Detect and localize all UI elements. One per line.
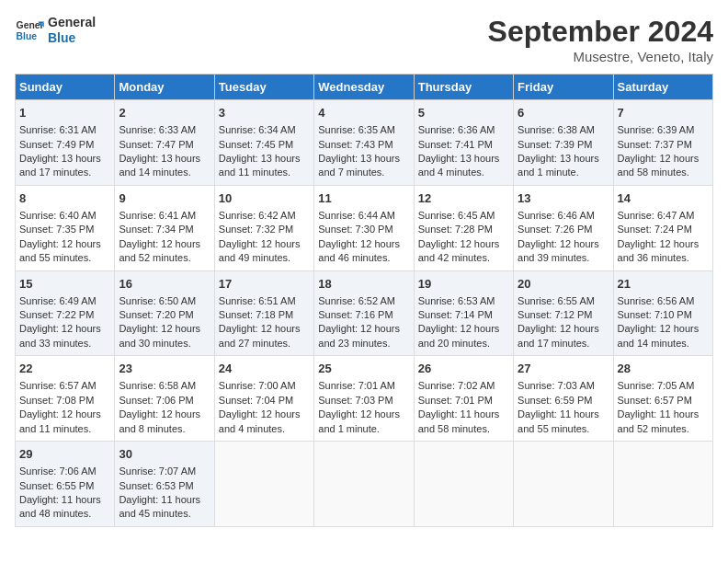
sunset-text: Sunset: 7:32 PM	[219, 224, 293, 235]
day-number: 3	[219, 105, 310, 121]
calendar-table: SundayMondayTuesdayWednesdayThursdayFrid…	[15, 74, 713, 527]
logo-icon: General Blue	[15, 16, 44, 45]
sunrise-text: Sunrise: 6:36 AM	[418, 124, 495, 135]
sunrise-text: Sunrise: 6:57 AM	[19, 380, 97, 391]
sunset-text: Sunset: 6:57 PM	[618, 395, 692, 406]
daylight-text: Daylight: 12 hours and 23 minutes.	[318, 323, 400, 348]
location-title: Musestre, Veneto, Italy	[488, 49, 713, 64]
daylight-text: Daylight: 13 hours and 14 minutes.	[119, 153, 200, 178]
sunrise-text: Sunrise: 7:06 AM	[19, 465, 97, 477]
weekday-header-tuesday: Tuesday	[214, 75, 313, 100]
sunset-text: Sunset: 7:24 PM	[618, 224, 692, 235]
day-number: 6	[518, 105, 609, 121]
sunset-text: Sunset: 7:41 PM	[418, 139, 493, 150]
sunset-text: Sunset: 7:14 PM	[418, 309, 493, 320]
calendar-cell: 19 Sunrise: 6:53 AM Sunset: 7:14 PM Dayl…	[414, 270, 513, 356]
daylight-text: Daylight: 12 hours and 20 minutes.	[418, 323, 500, 348]
daylight-text: Daylight: 12 hours and 4 minutes.	[219, 408, 301, 433]
day-number: 17	[219, 276, 310, 293]
sunset-text: Sunset: 7:22 PM	[19, 309, 94, 320]
title-block: September 2024 Musestre, Veneto, Italy	[488, 15, 713, 64]
sunset-text: Sunset: 7:08 PM	[19, 395, 94, 406]
day-number: 29	[19, 446, 110, 463]
sunset-text: Sunset: 7:20 PM	[119, 309, 193, 320]
day-number: 1	[19, 105, 110, 121]
day-number: 19	[418, 276, 509, 293]
day-number: 7	[618, 105, 709, 121]
daylight-text: Daylight: 11 hours and 48 minutes.	[19, 494, 101, 519]
sunrise-text: Sunrise: 6:40 AM	[19, 210, 97, 221]
sunset-text: Sunset: 7:26 PM	[518, 224, 592, 235]
sunset-text: Sunset: 7:37 PM	[618, 139, 692, 150]
day-number: 13	[518, 190, 609, 207]
day-number: 28	[618, 361, 709, 377]
day-number: 14	[618, 190, 709, 207]
sunrise-text: Sunrise: 6:41 AM	[119, 210, 196, 221]
calendar-cell: 15 Sunrise: 6:49 AM Sunset: 7:22 PM Dayl…	[16, 270, 115, 356]
daylight-text: Daylight: 11 hours and 58 minutes.	[418, 408, 500, 433]
sunset-text: Sunset: 7:34 PM	[119, 224, 193, 235]
sunset-text: Sunset: 7:10 PM	[618, 309, 692, 320]
svg-text:Blue: Blue	[17, 30, 38, 40]
daylight-text: Daylight: 12 hours and 17 minutes.	[518, 323, 599, 348]
sunset-text: Sunset: 6:53 PM	[119, 480, 193, 491]
sunrise-text: Sunrise: 7:03 AM	[518, 380, 595, 391]
day-number: 12	[418, 190, 509, 207]
sunrise-text: Sunrise: 6:55 AM	[518, 295, 595, 306]
sunrise-text: Sunrise: 6:56 AM	[618, 295, 695, 306]
daylight-text: Daylight: 12 hours and 30 minutes.	[119, 323, 200, 348]
daylight-text: Daylight: 11 hours and 45 minutes.	[119, 494, 200, 519]
sunrise-text: Sunrise: 6:31 AM	[19, 124, 97, 135]
daylight-text: Daylight: 12 hours and 58 minutes.	[618, 153, 700, 178]
day-number: 5	[418, 105, 509, 121]
calendar-cell: 7 Sunrise: 6:39 AM Sunset: 7:37 PM Dayli…	[613, 100, 712, 186]
sunrise-text: Sunrise: 6:52 AM	[318, 295, 395, 306]
sunrise-text: Sunrise: 6:58 AM	[119, 380, 196, 391]
calendar-cell: 14 Sunrise: 6:47 AM Sunset: 7:24 PM Dayl…	[613, 185, 712, 270]
day-number: 24	[219, 361, 310, 377]
weekday-header-thursday: Thursday	[414, 75, 513, 100]
calendar-cell: 17 Sunrise: 6:51 AM Sunset: 7:18 PM Dayl…	[214, 270, 313, 356]
calendar-cell: 9 Sunrise: 6:41 AM Sunset: 7:34 PM Dayli…	[115, 185, 214, 270]
day-number: 26	[418, 361, 509, 377]
day-number: 9	[119, 190, 210, 207]
daylight-text: Daylight: 13 hours and 11 minutes.	[219, 153, 301, 178]
weekday-header-monday: Monday	[115, 75, 214, 100]
day-number: 23	[119, 361, 210, 377]
sunset-text: Sunset: 7:35 PM	[19, 224, 94, 235]
calendar-week-row: 1 Sunrise: 6:31 AM Sunset: 7:49 PM Dayli…	[16, 100, 713, 186]
day-number: 10	[219, 190, 310, 207]
sunrise-text: Sunrise: 6:51 AM	[219, 295, 296, 306]
weekday-header-saturday: Saturday	[613, 75, 712, 100]
sunset-text: Sunset: 7:45 PM	[219, 139, 293, 150]
calendar-cell: 26 Sunrise: 7:02 AM Sunset: 7:01 PM Dayl…	[414, 356, 513, 442]
daylight-text: Daylight: 12 hours and 55 minutes.	[19, 238, 101, 263]
weekday-header-wednesday: Wednesday	[314, 75, 414, 100]
weekday-header-sunday: Sunday	[16, 75, 115, 100]
sunrise-text: Sunrise: 6:53 AM	[418, 295, 495, 306]
calendar-cell: 24 Sunrise: 7:00 AM Sunset: 7:04 PM Dayl…	[214, 356, 313, 442]
calendar-cell: 6 Sunrise: 6:38 AM Sunset: 7:39 PM Dayli…	[514, 100, 613, 186]
calendar-week-row: 22 Sunrise: 6:57 AM Sunset: 7:08 PM Dayl…	[16, 356, 713, 442]
daylight-text: Daylight: 12 hours and 11 minutes.	[19, 408, 101, 433]
day-number: 21	[618, 276, 709, 293]
calendar-cell: 29 Sunrise: 7:06 AM Sunset: 6:55 PM Dayl…	[16, 442, 115, 527]
daylight-text: Daylight: 12 hours and 8 minutes.	[119, 408, 200, 433]
page-header: General Blue General Blue September 2024…	[15, 15, 713, 64]
sunset-text: Sunset: 7:18 PM	[219, 309, 293, 320]
calendar-cell: 25 Sunrise: 7:01 AM Sunset: 7:03 PM Dayl…	[314, 356, 414, 442]
sunset-text: Sunset: 7:03 PM	[318, 395, 392, 406]
daylight-text: Daylight: 12 hours and 36 minutes.	[618, 238, 700, 263]
daylight-text: Daylight: 12 hours and 33 minutes.	[19, 323, 101, 348]
calendar-cell: 22 Sunrise: 6:57 AM Sunset: 7:08 PM Dayl…	[16, 356, 115, 442]
daylight-text: Daylight: 12 hours and 27 minutes.	[219, 323, 301, 348]
sunrise-text: Sunrise: 6:47 AM	[618, 210, 695, 221]
sunset-text: Sunset: 7:16 PM	[318, 309, 392, 320]
calendar-cell: 18 Sunrise: 6:52 AM Sunset: 7:16 PM Dayl…	[314, 270, 414, 356]
calendar-cell	[613, 442, 712, 527]
sunset-text: Sunset: 7:49 PM	[19, 139, 94, 150]
day-number: 16	[119, 276, 210, 293]
daylight-text: Daylight: 12 hours and 1 minute.	[318, 408, 400, 433]
sunrise-text: Sunrise: 6:46 AM	[518, 210, 595, 221]
sunrise-text: Sunrise: 6:50 AM	[119, 295, 196, 306]
